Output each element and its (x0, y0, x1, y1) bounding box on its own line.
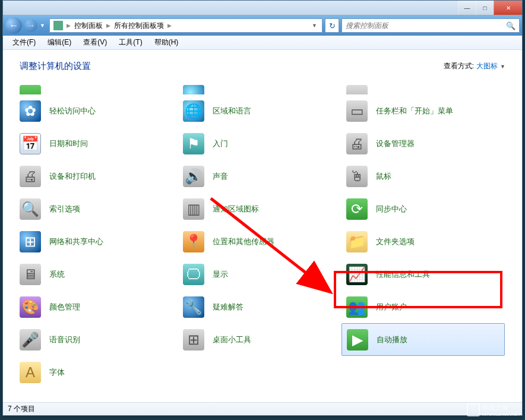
item-troubleshooting[interactable]: 🔧疑难解答 (178, 290, 341, 323)
network-icon: ⊞ (20, 231, 41, 252)
tray-icon: ▥ (183, 198, 204, 220)
maximize-button[interactable]: □ (476, 1, 494, 15)
control-panel-window: — □ ✕ ← → ▼ ▶ 控制面板 ▶ 所有控制面板项 ▶ ▼ ↻ 🔍 文件(… (2, 0, 523, 416)
item-folder-options[interactable]: 📁文件夹选项 (341, 225, 505, 258)
gadgets-icon: ⊞ (183, 329, 204, 350)
search-index-icon: 🔍 (20, 198, 41, 220)
item-notification-icons[interactable]: ▥通知区域图标 (178, 192, 341, 225)
watermark: ⌂ 系统之家 XITONGZHIJIA.NET (467, 403, 520, 416)
item-autoplay[interactable]: ▶自动播放 (341, 323, 505, 356)
close-button[interactable]: ✕ (494, 1, 522, 15)
minimize-button[interactable]: — (458, 1, 476, 15)
printer-icon: 🖨 (20, 166, 41, 187)
view-mode-selector: 查看方式: 大图标 ▼ (444, 61, 505, 71)
refresh-button[interactable]: ↻ (325, 18, 339, 33)
item-label: 颜色管理 (49, 302, 80, 312)
menu-file[interactable]: 文件(F) (7, 37, 42, 48)
item-system[interactable]: 🖥系统 (15, 258, 178, 290)
computer-icon: 🖥 (20, 264, 41, 285)
shield-icon (20, 85, 41, 94)
breadcrumb-all-items[interactable]: 所有控制面板项 (112, 21, 166, 31)
item-label: 自动播放 (377, 334, 407, 345)
speaker-icon: 🔊 (183, 166, 204, 187)
item-label: 任务栏和「开始」菜单 (376, 106, 453, 116)
list-item[interactable] (341, 77, 505, 94)
item-label: 同步中心 (376, 204, 407, 214)
item-ease-of-access[interactable]: ✿轻松访问中心 (15, 94, 178, 127)
item-label: 性能信息和工具 (376, 269, 430, 280)
viewmode-dropdown-icon[interactable]: ▼ (500, 64, 505, 70)
globe-icon (183, 85, 204, 94)
item-label: 日期和时间 (49, 138, 88, 149)
search-icon[interactable]: 🔍 (506, 21, 515, 30)
item-region-language[interactable]: 🌐区域和语言 (178, 94, 341, 127)
item-user-accounts[interactable]: 👥用户账户 (341, 290, 505, 323)
list-item[interactable] (178, 77, 341, 94)
control-panel-grid: ✿轻松访问中心 🌐区域和语言 ▭任务栏和「开始」菜单 📅日期和时间 ⚑入门 🖨设… (3, 77, 522, 389)
watermark-logo-icon: ⌂ (467, 403, 480, 416)
fonts-icon: A (20, 362, 41, 383)
globe-clock-icon: 🌐 (183, 100, 204, 122)
item-label: 字体 (49, 367, 65, 378)
monitor-icon: 🖵 (183, 264, 204, 285)
item-sound[interactable]: 🔊声音 (178, 160, 341, 192)
item-label: 用户账户 (376, 302, 407, 312)
search-input[interactable] (346, 21, 506, 30)
item-label: 显示 (213, 269, 228, 280)
forward-button[interactable]: → (24, 19, 37, 32)
item-display[interactable]: 🖵显示 (178, 258, 341, 290)
breadcrumb-control-panel[interactable]: 控制面板 (72, 21, 105, 31)
search-box[interactable]: 🔍 (341, 18, 520, 33)
item-date-time[interactable]: 📅日期和时间 (15, 127, 178, 160)
item-label: 区域和语言 (213, 106, 251, 116)
titlebar: — □ ✕ (3, 1, 522, 15)
item-label: 索引选项 (49, 204, 80, 214)
item-performance-info[interactable]: 📈性能信息和工具 (341, 258, 505, 290)
taskbar-icon: ▭ (346, 100, 368, 122)
autoplay-icon: ▶ (347, 329, 368, 350)
breadcrumb-sep: ▶ (105, 23, 112, 29)
item-taskbar-start[interactable]: ▭任务栏和「开始」菜单 (341, 94, 505, 127)
item-color-management[interactable]: 🎨颜色管理 (15, 290, 178, 323)
item-label: 系统 (49, 269, 65, 280)
breadcrumb-sep: ▶ (166, 23, 173, 29)
item-mouse[interactable]: 🖱鼠标 (341, 160, 505, 192)
watermark-text: 系统之家 (482, 403, 520, 412)
menu-edit[interactable]: 编辑(E) (42, 37, 77, 48)
ease-of-access-icon: ✿ (20, 100, 41, 122)
item-desktop-gadgets[interactable]: ⊞桌面小工具 (178, 323, 341, 356)
item-label: 声音 (213, 171, 228, 182)
microphone-icon: 🎤 (20, 329, 41, 350)
item-label: 桌面小工具 (213, 334, 251, 345)
list-item[interactable] (15, 77, 178, 94)
item-devices-printers[interactable]: 🖨设备和打印机 (15, 160, 178, 192)
sync-icon: ⟳ (346, 198, 368, 220)
item-sync-center[interactable]: ⟳同步中心 (341, 192, 505, 225)
watermark-sub: XITONGZHIJIA.NET (482, 412, 520, 416)
item-label: 轻松访问中心 (49, 106, 96, 116)
item-label: 网络和共享中心 (49, 236, 103, 247)
breadcrumb-sep: ▶ (65, 23, 72, 29)
menu-view[interactable]: 查看(V) (77, 37, 113, 48)
item-label: 文件夹选项 (376, 236, 415, 247)
viewmode-label: 查看方式: (444, 61, 474, 71)
nav-history-dropdown[interactable]: ▼ (40, 23, 47, 29)
menu-tools[interactable]: 工具(T) (113, 37, 148, 48)
item-device-manager[interactable]: 🖨设备管理器 (341, 127, 505, 160)
item-getting-started[interactable]: ⚑入门 (178, 127, 341, 160)
back-button[interactable]: ← (5, 17, 22, 34)
item-speech-recognition[interactable]: 🎤语音识别 (15, 323, 178, 356)
address-bar[interactable]: ▶ 控制面板 ▶ 所有控制面板项 ▶ ▼ (49, 18, 322, 33)
status-text: 7 个项目 (8, 404, 35, 414)
item-fonts[interactable]: A字体 (15, 356, 178, 389)
item-indexing[interactable]: 🔍索引选项 (15, 192, 178, 225)
item-location-sensors[interactable]: 📍位置和其他传感器 (178, 225, 341, 258)
content-area: 调整计算机的设置 查看方式: 大图标 ▼ ✿轻松访问中心 🌐区域和语言 ▭任务栏… (3, 50, 522, 402)
menu-help[interactable]: 帮助(H) (148, 37, 185, 48)
item-network-sharing[interactable]: ⊞网络和共享中心 (15, 225, 178, 258)
item-label: 疑难解答 (213, 302, 243, 312)
viewmode-value[interactable]: 大图标 (476, 61, 498, 71)
address-dropdown[interactable]: ▼ (308, 23, 321, 29)
device-manager-icon: 🖨 (346, 133, 368, 154)
calendar-icon: 📅 (20, 133, 41, 154)
